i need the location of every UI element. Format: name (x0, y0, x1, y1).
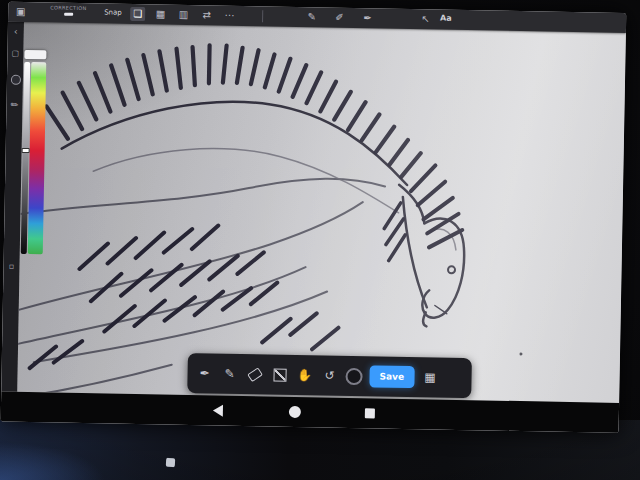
image-tool-icon[interactable]: ❏ (130, 7, 145, 21)
swatch-slot-icon[interactable]: ▫ (3, 262, 19, 271)
grid-tool-icon[interactable]: ▦ (153, 7, 168, 21)
color-swatch-icon[interactable] (345, 367, 362, 384)
hand-tool-icon[interactable]: ✋ (295, 366, 313, 384)
photo-background: ▣ CORRECTION Snap ❏ ▦ ▥ ⇄ ⋯ ✎ ✐ ✒ ↖ Aa ‹… (0, 0, 640, 480)
dust-speck (519, 353, 522, 356)
save-button[interactable]: Save (369, 365, 414, 388)
value-slider-handle[interactable] (22, 148, 30, 153)
flip-tool-icon[interactable]: ⇄ (199, 8, 214, 22)
eraser-tool-icon[interactable] (247, 367, 263, 382)
pencil-tool-icon[interactable]: ✎ (220, 365, 238, 383)
brush-tool-icon[interactable]: ✎ (5, 96, 24, 114)
tool-dock: ✒ ✎ ✋ ↺ Save ▦ (187, 353, 472, 398)
snap-toggle[interactable]: Snap (104, 8, 122, 16)
hue-slider[interactable] (28, 62, 47, 254)
drawing-canvas[interactable] (17, 22, 626, 403)
select-tool-icon[interactable]: ▢ (7, 49, 23, 58)
home-button[interactable] (289, 406, 301, 418)
desk-reflection (0, 428, 170, 480)
menu-icon[interactable]: ▣ (13, 5, 28, 19)
more-tools-icon[interactable]: ⋯ (222, 9, 237, 23)
photo-artifact (166, 458, 175, 467)
pencil-tool-icon[interactable]: ✎ (304, 10, 319, 24)
dragon-sketch (17, 22, 626, 403)
layout-tool-icon[interactable]: ▥ (176, 8, 191, 22)
undo-icon[interactable]: ↺ (320, 366, 338, 384)
tablet-screen: ▣ CORRECTION Snap ❏ ▦ ▥ ⇄ ⋯ ✎ ✐ ✒ ↖ Aa ‹… (1, 2, 627, 433)
pen-tool-icon[interactable]: ✒ (195, 364, 213, 382)
color-picker (21, 50, 51, 254)
marker-tool-icon[interactable]: ✐ (332, 11, 347, 25)
correction-indicator (64, 13, 73, 16)
ink-pen-tool-icon[interactable]: ✒ (360, 11, 375, 25)
line-tool-icon[interactable] (273, 368, 286, 381)
correction-control[interactable]: CORRECTION (50, 4, 86, 16)
text-tool[interactable]: Aa (440, 14, 452, 23)
back-button[interactable] (213, 404, 223, 416)
toolbar-divider (262, 10, 263, 22)
current-color-swatch[interactable] (24, 50, 46, 59)
recents-button[interactable] (365, 408, 375, 418)
keypad-icon[interactable]: ▦ (421, 368, 439, 386)
pointer-tool-icon[interactable]: ↖ (418, 12, 433, 26)
collapse-chevron-icon[interactable]: ‹ (8, 26, 24, 37)
color-wheel-icon[interactable] (11, 75, 21, 85)
correction-label: CORRECTION (50, 4, 86, 11)
